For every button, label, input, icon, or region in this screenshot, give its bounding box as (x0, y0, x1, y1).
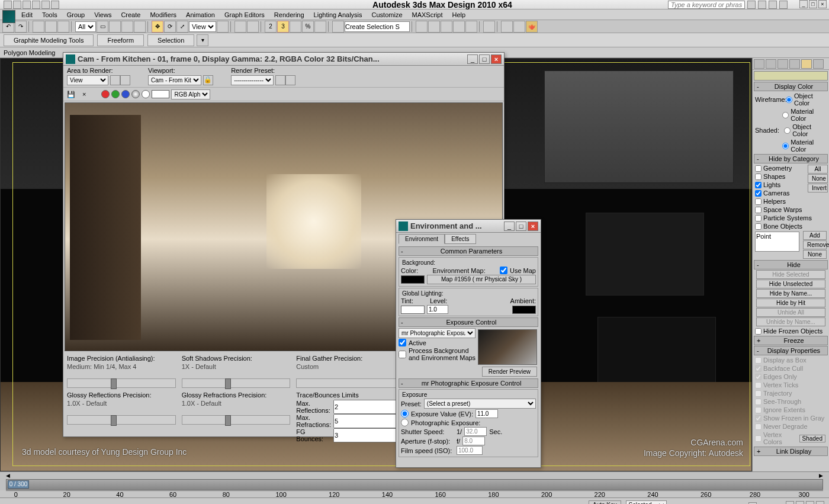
fov-icon[interactable] (806, 501, 814, 504)
tab-effects[interactable]: Effects (445, 234, 475, 244)
clear-icon[interactable]: × (82, 91, 86, 98)
cat-particles[interactable] (755, 215, 761, 221)
bg-color[interactable] (401, 275, 425, 284)
bg-color-swatch[interactable] (152, 90, 169, 98)
rfw-maximize[interactable]: □ (479, 54, 490, 64)
hide-selected-button[interactable]: Hide Selected (756, 270, 825, 279)
comm-center-icon[interactable] (758, 1, 766, 9)
display-tab-icon[interactable] (801, 59, 812, 69)
select-scale-icon[interactable]: ⤢ (176, 21, 188, 33)
ribbon-expand-icon[interactable]: ▾ (197, 34, 208, 46)
shaded-material-color[interactable] (782, 143, 789, 149)
cat-bones[interactable] (755, 223, 761, 230)
viewport-select[interactable]: Cam - From Kitch (148, 75, 201, 85)
cat-none-button[interactable]: None (808, 174, 828, 183)
qa-save-icon[interactable] (23, 1, 31, 9)
channel-mono-icon[interactable] (142, 90, 150, 98)
cat-remove-button[interactable]: Remove (803, 240, 827, 249)
menu-create[interactable]: Create (116, 10, 145, 20)
wire-material-color[interactable] (782, 112, 789, 118)
exposure-control-select[interactable]: mr Photographic Exposure Contr (399, 328, 475, 338)
menu-help[interactable]: Help (448, 10, 471, 20)
snap-3d-icon[interactable]: 3 (277, 21, 289, 33)
menu-edit[interactable]: Edit (17, 10, 37, 20)
binoculars-icon[interactable] (747, 1, 756, 9)
env-maximize[interactable]: □ (516, 221, 526, 231)
manipulate-icon[interactable] (234, 21, 246, 33)
cat-helpers[interactable] (755, 198, 761, 205)
area-to-render[interactable]: View (67, 75, 108, 85)
env-map-button[interactable]: Map #1959 ( mr Physical Sky ) (427, 275, 536, 284)
utilities-tab-icon[interactable] (813, 59, 824, 69)
cat-geometry[interactable] (755, 165, 761, 172)
render-setup-shortcut-icon[interactable] (275, 75, 285, 85)
menu-modifiers[interactable]: Modifiers (145, 10, 181, 20)
menu-graph-editors[interactable]: Graph Editors (220, 10, 269, 20)
keyboard-shortcut-icon[interactable] (247, 21, 259, 33)
pan-icon[interactable] (786, 501, 794, 504)
qa-redo-icon[interactable] (41, 1, 50, 9)
create-tab-icon[interactable] (754, 59, 764, 69)
mirror-icon[interactable] (416, 21, 428, 33)
cat-lights[interactable] (755, 182, 761, 188)
wire-object-color[interactable] (786, 97, 792, 103)
env-close[interactable]: × (528, 221, 538, 231)
cat-none2-button[interactable]: None (803, 250, 827, 259)
tab-graphite-modeling[interactable]: Graphite Modeling Tools (4, 34, 94, 46)
tint-color[interactable] (401, 306, 425, 314)
snap-2d-icon[interactable]: 2 (265, 21, 277, 33)
layers-icon[interactable] (441, 21, 452, 33)
spinner-snap-icon[interactable] (314, 21, 326, 33)
qa-more-icon[interactable] (51, 1, 59, 9)
menu-maxscript[interactable]: MAXScript (407, 10, 448, 20)
shaded-button[interactable]: Shaded (799, 435, 825, 442)
window-crossing-icon[interactable] (134, 21, 146, 33)
render-production-icon[interactable]: 🫖 (526, 21, 538, 33)
menu-rendering[interactable]: Rendering (269, 10, 309, 20)
hierarchy-tab-icon[interactable] (777, 59, 788, 69)
minimize-button[interactable]: _ (799, 0, 808, 8)
menu-views[interactable]: Views (89, 10, 116, 20)
channel-alpha-icon[interactable] (131, 90, 140, 98)
motion-tab-icon[interactable] (789, 59, 800, 69)
redo-icon[interactable]: ↷ (15, 21, 27, 33)
unlink-icon[interactable] (45, 21, 57, 33)
cat-cameras[interactable] (755, 190, 761, 197)
select-by-name-icon[interactable] (109, 21, 121, 33)
rfw-close[interactable]: × (491, 54, 502, 64)
autokey-button[interactable]: Auto Key (589, 500, 621, 504)
select-object-icon[interactable]: ▭ (97, 21, 108, 33)
hide-frozen-check[interactable] (755, 328, 761, 335)
zoom-icon[interactable] (796, 501, 804, 504)
select-region-icon[interactable] (121, 21, 133, 33)
pivot-center-icon[interactable] (217, 21, 229, 33)
hide-unselected-button[interactable]: Hide Unselected (756, 280, 825, 288)
hide-by-hit-button[interactable]: Hide by Hit (756, 298, 825, 307)
cat-shapes[interactable] (755, 174, 761, 180)
lock-viewport-icon[interactable]: 🔒 (203, 75, 213, 85)
photo-radio[interactable] (401, 419, 409, 426)
exposure-preset[interactable]: (Select a preset) (424, 399, 536, 409)
film-speed[interactable] (457, 446, 483, 455)
category-list[interactable]: Point (755, 232, 799, 252)
render-setup-icon[interactable] (501, 21, 513, 33)
schematic-view-icon[interactable] (465, 21, 477, 33)
select-move-icon[interactable]: ✥ (152, 21, 163, 33)
angle-snap-icon[interactable] (290, 21, 301, 33)
unhide-by-name-button[interactable]: Unhide by Name... (756, 317, 825, 326)
channel-blue-icon[interactable] (121, 90, 130, 98)
rfw-minimize[interactable]: _ (467, 54, 478, 64)
shaded-object-color[interactable] (784, 127, 791, 134)
qa-open-icon[interactable] (13, 1, 21, 9)
tab-selection[interactable]: Selection (147, 34, 194, 46)
key-filter-select[interactable]: Selected (626, 500, 667, 505)
cat-spacewarps[interactable] (755, 207, 761, 213)
ev-value[interactable] (475, 409, 498, 418)
menu-tools[interactable]: Tools (37, 10, 62, 20)
help-search-input[interactable] (668, 1, 745, 9)
qa-new-icon[interactable] (4, 1, 12, 9)
render-preset[interactable]: -------------------- (231, 75, 274, 85)
rfw-titlebar[interactable]: Cam - From Kitchen - 01, frame 0, Displa… (63, 53, 504, 66)
render-preview-button[interactable]: Render Preview (482, 367, 537, 377)
shutter-speed[interactable] (464, 427, 487, 436)
